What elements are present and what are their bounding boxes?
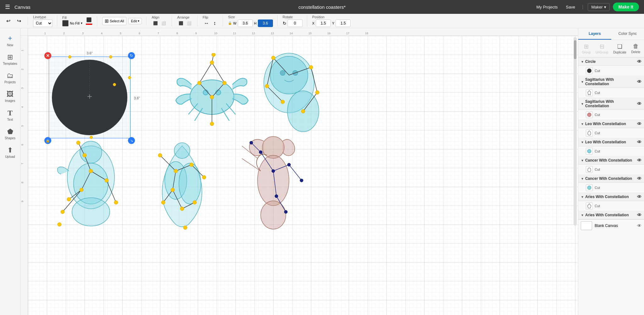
cp-top-right[interactable] — [109, 55, 112, 58]
align-center-button[interactable]: ⬜ — [160, 20, 167, 27]
cp-top-left[interactable] — [68, 55, 71, 58]
layer-header-aries2[interactable]: ▼ Aries With Constellation 👁 — [578, 211, 644, 219]
pos-y-input[interactable] — [336, 19, 351, 27]
blank-canvas-layer[interactable]: Blank Canvas 👁 — [578, 219, 644, 232]
eye-icon-aries1[interactable]: 👁 — [637, 194, 641, 199]
height-input[interactable] — [258, 19, 273, 27]
layer-group-leo2: ▼ Leo With Constellation 👁 Cut — [578, 138, 644, 156]
layer-sub-circle-cut[interactable]: Cut — [578, 66, 644, 76]
fill-swatch[interactable] — [62, 20, 69, 26]
resize-handle-br[interactable]: ↘ — [128, 137, 135, 144]
layer-header-sag1[interactable]: ▼ Sagittarius With Constellation 👁 — [578, 76, 644, 88]
duplicate-button[interactable]: ❑ Duplicate — [611, 42, 628, 55]
stroke-swatch[interactable] — [86, 17, 92, 22]
eye-icon-cancer1[interactable]: 👁 — [637, 158, 641, 163]
eye-icon-circle[interactable]: 👁 — [637, 59, 641, 64]
layer-type-aries1: Cut — [595, 204, 641, 208]
rotate-handle-tr[interactable]: ↻ — [128, 52, 135, 59]
svg-point-56 — [114, 201, 118, 204]
maker-button[interactable]: Maker ▾ — [588, 3, 609, 11]
blank-canvas-thumb — [581, 221, 592, 230]
ungroup-button[interactable]: ⊟ UnGroup — [594, 42, 610, 55]
sidebar-item-images[interactable]: 🖼 Images — [1, 88, 19, 105]
width-input[interactable] — [238, 19, 253, 27]
layer-sub-leo2-cut[interactable]: Cut — [578, 146, 644, 156]
layer-thumb-leo2 — [586, 148, 593, 155]
linetype-select[interactable]: Cut Draw Score — [33, 19, 53, 27]
layer-sub-sag1-cut[interactable]: Cut — [578, 88, 644, 98]
undo-button[interactable]: ↩ — [4, 17, 13, 25]
eye-icon-aries2[interactable]: 👁 — [637, 213, 641, 218]
sidebar-item-upload[interactable]: ⬆ Upload — [1, 144, 19, 161]
flip-h-button[interactable]: ↔ — [203, 20, 210, 27]
svg-point-55 — [83, 153, 86, 157]
tab-layers[interactable]: Layers — [578, 28, 611, 40]
line-color — [86, 24, 92, 25]
layer-header-leo1[interactable]: ▼ Leo With Constellation 👁 — [578, 120, 644, 128]
delete-icon: 🗑 — [633, 43, 639, 50]
layer-header-cancer2[interactable]: ▼ Cancer With Constellation 👁 — [578, 174, 644, 183]
delete-label: Delete — [631, 50, 640, 54]
layer-type-leo1: Cut — [595, 131, 641, 135]
pos-x-input[interactable] — [316, 19, 331, 27]
svg-point-38 — [281, 100, 285, 104]
chevron-aries2: ▼ — [581, 213, 584, 217]
chevron-fill-icon[interactable]: ▾ — [81, 21, 82, 25]
layer-header-circle[interactable]: ▼ Circle 👁 — [578, 58, 644, 66]
topbar: ☰ Canvas constellation coasters* My Proj… — [0, 0, 644, 14]
sidebar-item-projects[interactable]: 🗂 Projects — [1, 69, 19, 86]
flip-v-button[interactable]: ↕ — [211, 20, 218, 27]
group-button[interactable]: ⊞ Group — [580, 42, 593, 55]
rotate-input[interactable] — [287, 19, 303, 27]
eye-icon-sag2[interactable]: 👁 — [637, 101, 641, 106]
sidebar-item-text[interactable]: T Text — [1, 106, 19, 124]
layer-header-aries1[interactable]: ▼ Aries With Constellation 👁 — [578, 193, 644, 201]
select-all-button[interactable]: ⊞ Select All — [102, 17, 126, 25]
layer-header-leo2[interactable]: ▼ Leo With Constellation 👁 — [578, 138, 644, 146]
layers-list[interactable]: ▼ Circle 👁 Cut ▼ Sagittarius With Conste… — [578, 58, 644, 315]
cp-right-mid[interactable] — [113, 83, 116, 86]
arrange-front-button[interactable]: ⬛ — [177, 20, 185, 27]
layer-sub-cancer2-cut[interactable]: Cut — [578, 183, 644, 193]
ruler-tick-1: 1 — [44, 32, 46, 35]
layer-sub-aries1-cut[interactable]: Cut — [578, 201, 644, 211]
layer-name-cancer1: Cancer With Constellation — [585, 158, 632, 163]
layer-thumb-cancer1 — [586, 166, 593, 173]
tab-color-sync[interactable]: Color Sync — [611, 28, 644, 40]
aries-bottom-right-element[interactable] — [236, 133, 317, 232]
redo-button[interactable]: ↪ — [14, 17, 23, 25]
align-left-button[interactable]: ⬛ — [152, 20, 159, 27]
eye-icon-leo2[interactable]: 👁 — [637, 140, 641, 145]
leo-top-element[interactable] — [254, 48, 333, 138]
arrange-back-button[interactable]: ⬜ — [185, 20, 193, 27]
delete-handle[interactable]: ✕ — [44, 52, 51, 59]
edit-button[interactable]: Edit ▾ — [128, 18, 142, 24]
circle-element[interactable]: ✕ ↻ 🔒 ↘ + 3.6" 3.6" — [50, 58, 129, 138]
sidebar-item-new[interactable]: ＋ New — [1, 31, 19, 49]
gemini-bottom-center-element[interactable] — [144, 140, 220, 232]
sidebar-item-templates[interactable]: ⊞ Templates — [1, 51, 19, 68]
layer-sub-leo1-cut[interactable]: Cut — [578, 128, 644, 138]
canvas-area[interactable]: 1 2 3 4 5 6 7 8 9 10 11 12 13 14 15 16 1… — [20, 28, 578, 315]
make-it-button[interactable]: Make It — [613, 3, 639, 11]
hamburger-icon[interactable]: ☰ — [5, 3, 10, 10]
eye-icon-blank[interactable]: 👁 — [637, 223, 641, 228]
layer-sub-sag2-cut[interactable]: Cut — [578, 110, 644, 120]
lock-handle-bl[interactable]: 🔒 — [44, 137, 51, 144]
canvas-grid[interactable]: ✕ ↻ 🔒 ↘ + 3.6" 3.6" — [28, 36, 578, 315]
sidebar-item-shapes[interactable]: ⬟ Shapes — [1, 125, 19, 142]
svg-point-73 — [171, 188, 175, 192]
cp-bottom[interactable] — [90, 136, 93, 139]
sagittarius-bottom-left-element[interactable] — [53, 140, 129, 229]
save-button[interactable]: Save — [564, 3, 578, 11]
cancer-crab-element[interactable] — [173, 53, 251, 136]
cp-right-top[interactable] — [128, 76, 131, 79]
eye-icon-sag1[interactable]: 👁 — [637, 79, 641, 84]
eye-icon-leo1[interactable]: 👁 — [637, 121, 641, 126]
layer-sub-cancer1-cut[interactable]: Cut — [578, 165, 644, 174]
delete-button[interactable]: 🗑 Delete — [629, 42, 642, 55]
my-projects-button[interactable]: My Projects — [534, 3, 560, 11]
eye-icon-cancer2[interactable]: 👁 — [637, 176, 641, 181]
layer-header-sag2[interactable]: ▼ Sagittarius With Constellation 👁 — [578, 98, 644, 110]
layer-header-cancer1[interactable]: ▼ Cancer With Constellation 👁 — [578, 156, 644, 165]
